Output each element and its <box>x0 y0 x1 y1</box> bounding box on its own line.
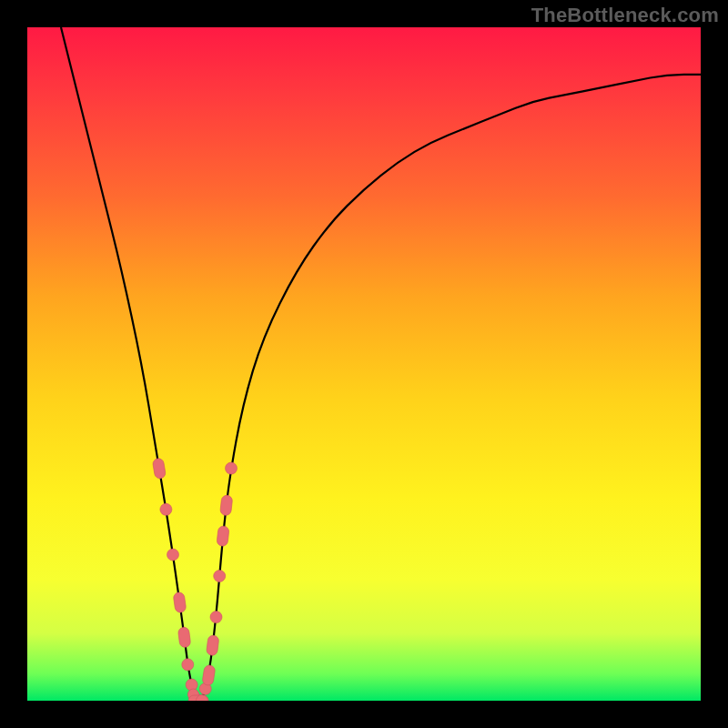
bead-dot <box>167 549 179 561</box>
bead-capsule <box>177 627 191 648</box>
curve-layer <box>27 27 701 701</box>
bead-capsule <box>217 526 229 547</box>
bead-capsule <box>202 664 216 686</box>
plot-area <box>27 27 701 701</box>
bead-capsule <box>173 592 187 612</box>
bead-group <box>152 458 237 701</box>
bead-dot <box>182 659 194 671</box>
bead-capsule <box>206 635 219 656</box>
bottleneck-curve <box>61 27 701 701</box>
bead-dot <box>160 503 172 515</box>
watermark-text: TheBottleneck.com <box>531 4 719 27</box>
bead-capsule <box>220 495 233 516</box>
chart-frame: TheBottleneck.com <box>0 0 728 728</box>
bead-dot <box>214 571 226 582</box>
bead-dot <box>226 462 238 474</box>
bead-capsule <box>152 458 166 480</box>
bead-dot <box>210 612 222 623</box>
